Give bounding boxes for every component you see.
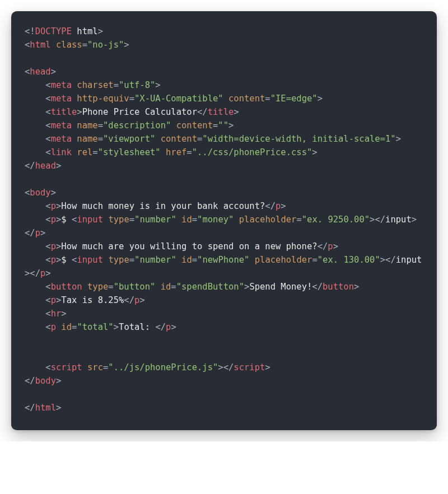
code-token: head: [30, 67, 50, 77]
code-token: name: [77, 134, 97, 144]
code-token: <: [25, 309, 51, 319]
code-token: <: [72, 215, 77, 225]
code-token: >: [61, 309, 66, 319]
code-token: DOCTYPE: [35, 26, 72, 36]
code-token: >: [354, 282, 359, 292]
code-token: [72, 80, 77, 90]
code-line: [25, 347, 423, 361]
code-line: [25, 52, 423, 65]
code-token: >: [56, 403, 61, 413]
code-line: <p>Tax is 8.25%</p>: [25, 293, 423, 307]
code-token: <: [25, 188, 30, 198]
code-token: "../js/phonePrice.js": [108, 362, 218, 372]
code-token: [103, 255, 108, 265]
code-token: "ex. 9250.00": [302, 215, 370, 225]
code-token: <: [72, 255, 77, 265]
code-token: meta: [51, 80, 72, 90]
code-token: p: [328, 241, 333, 251]
code-token: =: [82, 40, 87, 50]
code-token: [72, 134, 77, 144]
code-token: "no-js": [87, 40, 124, 50]
code-token: p: [51, 255, 56, 265]
code-token: script: [51, 362, 82, 372]
code-token: >: [412, 215, 417, 225]
code-token: input: [385, 215, 412, 225]
code-token: =: [129, 94, 134, 104]
code-token: >: [218, 362, 223, 372]
code-token: >: [56, 241, 61, 251]
code-token: $: [61, 215, 72, 225]
code-token: >: [56, 215, 61, 225]
code-token: button: [323, 282, 354, 292]
code-token: "newPhone": [197, 255, 249, 265]
code-token: id: [61, 322, 72, 332]
code-token: </: [385, 255, 396, 265]
code-token: title: [208, 107, 234, 117]
code-token: <: [25, 120, 51, 131]
code-token: >: [25, 268, 30, 278]
code-token: </: [25, 376, 35, 386]
code-token: [72, 120, 77, 131]
code-line: <p>How much are you willing to spend on …: [25, 240, 423, 253]
code-token: >: [45, 268, 50, 278]
code-token: <!: [25, 26, 35, 36]
code-token: >: [312, 147, 317, 157]
code-token: [234, 215, 239, 225]
code-token: [51, 40, 56, 50]
code-token: p: [40, 268, 45, 278]
code-token: <: [25, 80, 51, 90]
code-token: >: [171, 322, 176, 332]
code-token: >: [228, 120, 234, 131]
code-line: <p>How much money is in your bank accoun…: [25, 199, 423, 213]
code-token: =: [171, 282, 176, 292]
code-token: =: [296, 215, 301, 225]
code-line: <p id="total">Total: </p>: [25, 320, 423, 334]
code-token: p: [51, 215, 56, 225]
code-token: >: [51, 188, 56, 198]
code-token: <: [25, 67, 30, 77]
code-token: How much money is in your bank account?: [61, 201, 265, 211]
code-line: <meta http-equiv="X-UA-Compatible" conte…: [25, 92, 423, 105]
code-token: <: [25, 134, 51, 144]
code-token: </: [197, 107, 208, 117]
code-token: =: [129, 255, 134, 265]
code-token: hr: [51, 309, 62, 319]
code-token: name: [77, 120, 97, 131]
code-token: >: [234, 107, 239, 117]
code-token: <: [25, 282, 51, 292]
code-token: $: [61, 255, 72, 265]
code-token: [72, 26, 77, 36]
code-token: =: [186, 147, 192, 157]
code-token: html: [35, 403, 56, 413]
code-token: [223, 94, 228, 104]
code-token: content: [228, 94, 265, 104]
code-token: "number": [134, 255, 176, 265]
code-token: p: [166, 322, 171, 332]
code-token: >: [396, 134, 401, 144]
code-token: </: [155, 322, 166, 332]
code-token: =: [192, 255, 197, 265]
code-token: =: [197, 134, 202, 144]
code-token: "spendButton": [176, 282, 244, 292]
code-line: <!DOCTYPE html>: [25, 25, 423, 38]
code-token: "stylesheet": [98, 147, 161, 157]
code-token: >: [56, 161, 61, 171]
code-token: How much are you willing to spend on a n…: [61, 241, 317, 251]
code-line: <button type="button" id="spendButton">S…: [25, 280, 423, 293]
code-token: http-equiv: [77, 94, 129, 104]
code-line: </html>: [25, 401, 423, 414]
code-token: </: [223, 362, 234, 372]
code-token: [161, 147, 166, 157]
code-token: p: [134, 295, 139, 305]
code-token: "ex. 130.00": [318, 255, 380, 265]
code-token: charset: [77, 80, 113, 90]
code-token: >: [139, 295, 144, 305]
code-line: <body>: [25, 186, 423, 199]
code-token: >: [77, 107, 82, 117]
code-token: <: [25, 147, 51, 157]
code-token: <: [25, 295, 51, 305]
code-token: >: [56, 255, 61, 265]
code-token: src: [87, 362, 103, 372]
code-token: input: [396, 255, 422, 265]
code-token: link: [51, 147, 72, 157]
